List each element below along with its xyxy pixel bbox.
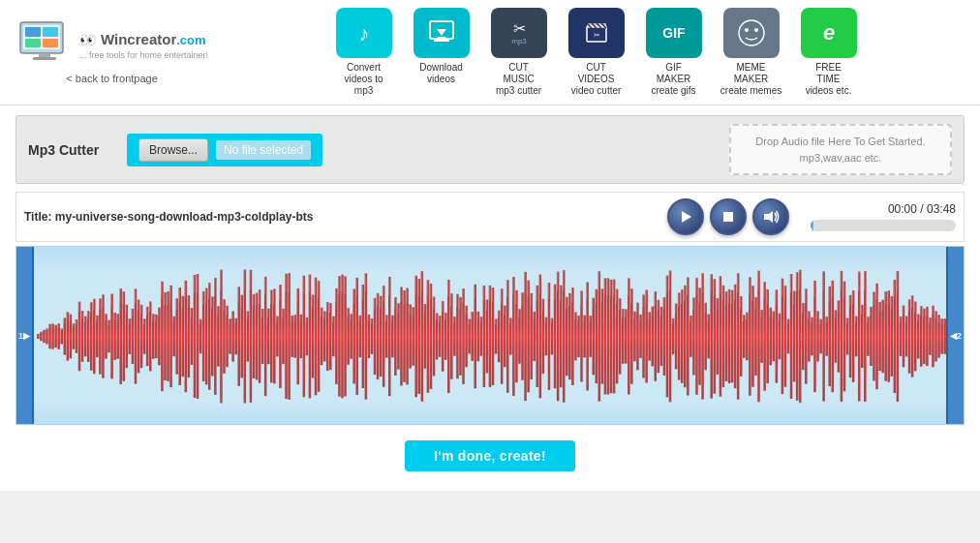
handle-right-label: ◀2	[950, 331, 962, 341]
gif-maker-icon: GIF	[646, 8, 702, 58]
nav-item-convert[interactable]: ♪ Convertvideos tomp3	[330, 8, 398, 97]
file-input-area: Browse... No file selected	[127, 134, 322, 166]
nav-label-cut-videos: CUTVIDEOSvideo cutter	[571, 62, 622, 97]
handle-left-label: 1▶	[18, 331, 30, 341]
cut-videos-icon: ✂	[568, 8, 625, 58]
svg-rect-12	[438, 37, 445, 40]
nav-item-download[interactable]: Downloadvideos	[408, 8, 475, 85]
svg-rect-11	[434, 40, 449, 42]
nav-icons: ♪ Convertvideos tomp3 Downloadvideos	[228, 8, 965, 97]
convert-icon: ♪	[336, 8, 392, 58]
svg-point-27	[745, 28, 749, 32]
logo-suffix: .com	[176, 33, 205, 47]
time-bar: 00:00 / 03:48	[801, 202, 956, 231]
waveform-canvas	[34, 247, 965, 425]
free-time-icon: e	[801, 8, 857, 58]
volume-icon	[762, 209, 780, 225]
cutter-bar: Mp3 Cutter Browse... No file selected Dr…	[15, 115, 965, 184]
drop-zone[interactable]: Drop Audio file Here To Get Started. mp3…	[729, 124, 952, 175]
nav-item-cut-videos[interactable]: ✂ CUTVIDEOSvideo cutter	[563, 8, 630, 97]
svg-marker-33	[764, 211, 773, 223]
meme-maker-icon	[723, 8, 780, 58]
player-controls	[667, 198, 789, 235]
svg-text:✂: ✂	[593, 31, 599, 40]
track-title: Title: my-universe-song-download-mp3-col…	[24, 210, 656, 224]
waveform-container[interactable]: 1▶ ◀2	[15, 246, 965, 425]
nav-label-meme-maker: MEMEMAKERcreate memes	[720, 62, 781, 97]
download-icon	[413, 8, 470, 58]
svg-rect-5	[43, 39, 58, 47]
svg-text:mp3: mp3	[511, 37, 527, 45]
cutter-title: Mp3 Cutter	[28, 142, 115, 158]
nav-label-free-time: FREETIMEvideos etc.	[806, 62, 852, 97]
done-section: I'm done, create!	[15, 435, 965, 481]
browse-button[interactable]: Browse...	[138, 138, 208, 162]
back-link[interactable]: < back to frontpage	[66, 73, 157, 84]
svg-text:GIF: GIF	[662, 25, 686, 41]
svg-rect-3	[43, 27, 58, 37]
nav-item-meme-maker[interactable]: MEMEMAKERcreate memes	[718, 8, 785, 97]
stop-icon	[721, 210, 735, 224]
nav-label-cut-music: CUTMUSICmp3 cutter	[496, 62, 541, 97]
svg-text:e: e	[822, 20, 834, 45]
svg-marker-31	[682, 211, 691, 223]
track-bar: Title: my-universe-song-download-mp3-col…	[15, 192, 965, 242]
svg-point-26	[739, 20, 764, 45]
svg-rect-4	[25, 39, 41, 47]
play-button[interactable]	[667, 198, 704, 235]
logo-box: 👀 Wincreator.com ... free tools for home…	[15, 20, 208, 69]
stop-button[interactable]	[710, 198, 747, 235]
svg-rect-2	[25, 27, 41, 37]
logo-area: 👀 Wincreator.com ... free tools for home…	[15, 20, 208, 84]
svg-text:✂: ✂	[512, 20, 525, 37]
svg-rect-32	[723, 212, 733, 222]
logo-name: Wincreator	[101, 31, 176, 47]
logo-eyes: 👀	[79, 32, 96, 47]
waveform-handle-right[interactable]: ◀2	[946, 247, 964, 424]
cut-music-icon: ✂ mp3	[491, 8, 547, 58]
nav-label-gif-maker: GIFMAKERcreate gifs	[651, 62, 695, 97]
time-display: 00:00 / 03:48	[888, 202, 956, 216]
done-button[interactable]: I'm done, create!	[405, 440, 575, 471]
nav-item-cut-music[interactable]: ✂ mp3 CUTMUSICmp3 cutter	[485, 8, 553, 97]
main-content: Mp3 Cutter Browse... No file selected Dr…	[0, 106, 980, 491]
logo-tagline: ... free tools for home entertainer!	[79, 50, 208, 60]
nav-label-download: Downloadvideos	[419, 62, 462, 85]
header: 👀 Wincreator.com ... free tools for home…	[0, 0, 980, 106]
volume-button[interactable]	[752, 198, 789, 235]
logo-text-area: 👀 Wincreator.com ... free tools for home…	[79, 29, 208, 60]
nav-item-gif-maker[interactable]: GIF GIFMAKERcreate gifs	[640, 8, 708, 97]
svg-marker-10	[437, 29, 446, 36]
nav-item-free-time[interactable]: e FREETIMEvideos etc.	[795, 8, 863, 97]
logo-image-icon	[15, 20, 74, 69]
drop-zone-line1: Drop Audio file Here To Get Started.	[747, 134, 934, 150]
no-file-text: No file selected	[216, 140, 311, 160]
progress-bar	[811, 220, 956, 231]
svg-text:♪: ♪	[358, 21, 369, 45]
svg-rect-7	[33, 57, 56, 60]
progress-bar-inner	[811, 220, 813, 231]
svg-rect-6	[39, 53, 50, 57]
drop-zone-line2: mp3,wav,aac etc.	[747, 150, 934, 166]
waveform-handle-left[interactable]: 1▶	[16, 247, 34, 424]
nav-label-convert: Convertvideos tomp3	[345, 62, 383, 97]
play-icon	[678, 209, 693, 225]
svg-point-28	[754, 28, 758, 32]
